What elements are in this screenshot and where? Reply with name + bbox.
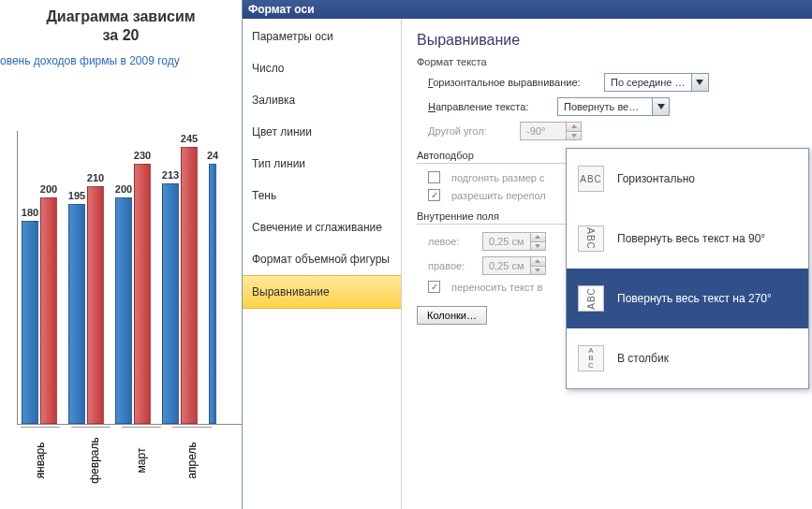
spinner-down-icon <box>531 241 545 251</box>
x-axis-label: февраль <box>71 427 111 448</box>
direction-dropdown: ABCГоризонтальноABCПовернуть весь текст … <box>566 148 809 389</box>
autofit-label: Автоподбор <box>417 150 474 161</box>
bar-label: 245 <box>181 133 198 144</box>
chevron-down-icon[interactable] <box>691 74 708 91</box>
direction-label: Направление текста: <box>428 101 550 112</box>
other-angle-label: Другой угол: <box>428 125 512 137</box>
x-axis-label: январь <box>21 427 60 448</box>
x-axis-label: апрель <box>172 427 212 448</box>
direction-option[interactable]: ABCПовернуть весь текст на 90° <box>567 209 808 269</box>
chart-area: Диаграмма зависим за 20 овень доходов фи… <box>0 0 242 509</box>
direction-option-icon: ABC <box>578 285 604 312</box>
spinner-up-icon <box>531 233 545 241</box>
spinner-down-icon <box>531 266 545 275</box>
panel-heading: Выравнивание <box>417 32 797 49</box>
bar-group: 24 <box>209 164 216 424</box>
direction-option-icon: ABC <box>578 225 604 252</box>
other-angle-spinner: -90° <box>520 122 582 140</box>
margin-right-spinner: 0,25 см <box>482 256 546 275</box>
direction-option-label: В столбик <box>617 352 669 365</box>
bar-group: 195210 <box>68 186 104 424</box>
direction-option-icon: ABC <box>578 345 604 371</box>
chevron-down-icon[interactable] <box>652 98 669 115</box>
bar-label: 200 <box>115 183 132 195</box>
text-format-label: Формат текста <box>417 56 797 67</box>
spinner-up-icon <box>531 257 545 266</box>
dialog-titlebar[interactable]: Формат оси <box>243 0 812 19</box>
direction-option[interactable]: ABCВ столбик <box>567 328 808 388</box>
chart-subtitle: овень доходов фирмы в 2009 году <box>0 45 242 67</box>
bar: 230 <box>134 164 151 424</box>
chart-title-line2: за 20 <box>103 27 140 43</box>
columns-button[interactable]: Колонки… <box>417 306 487 325</box>
nav-item[interactable]: Формат объемной фигуры <box>243 243 401 275</box>
nav-item[interactable]: Выравнивание <box>243 275 401 309</box>
bar-group: 200230 <box>115 164 151 424</box>
chart-bars: 18020019521020023021324524 <box>18 131 226 424</box>
bar-label: 195 <box>68 190 85 201</box>
direction-option-label: Горизонтально <box>617 172 695 185</box>
chart-title: Диаграмма зависим за 20 <box>0 7 242 45</box>
bar: 200 <box>115 197 132 424</box>
chart-plot: 18020019521020023021324524 <box>17 131 242 425</box>
h-align-combo[interactable]: По середине … <box>604 73 709 92</box>
chart-title-line1: Диаграмма зависим <box>46 8 195 24</box>
margin-right-value: 0,25 см <box>483 260 530 271</box>
nav-item[interactable]: Тип линии <box>243 148 401 180</box>
nav-item[interactable]: Цвет линии <box>243 116 401 148</box>
bar-group: 213245 <box>162 147 198 424</box>
nav-item[interactable]: Параметры оси <box>243 21 401 52</box>
bar: 24 <box>209 164 216 424</box>
bar: 210 <box>87 186 104 424</box>
nav-item[interactable]: Свечение и сглаживание <box>243 211 401 243</box>
bar: 200 <box>40 197 57 424</box>
bar-label: 24 <box>207 150 218 161</box>
direction-option-label: Повернуть весь текст на 90° <box>617 232 765 245</box>
bar: 213 <box>162 183 179 424</box>
margin-left-spinner: 0,25 см <box>482 232 546 251</box>
bar-label: 213 <box>162 169 179 181</box>
dialog-nav: Параметры осиЧислоЗаливкаЦвет линииТип л… <box>243 19 402 509</box>
nav-item[interactable]: Тень <box>243 180 401 211</box>
bar-group: 180200 <box>22 197 57 424</box>
bar-label: 210 <box>87 172 104 183</box>
margins-label: Внутренние поля <box>417 211 499 222</box>
direction-value: Повернуть ве… <box>558 101 652 112</box>
bar-label: 230 <box>134 150 151 161</box>
wrap-text-checkbox <box>428 281 440 293</box>
bar: 180 <box>22 221 38 424</box>
margin-right-label: правое: <box>428 260 475 271</box>
wrap-text-label: переносить текст в <box>451 282 542 293</box>
margin-left-label: левое: <box>428 236 475 247</box>
bar: 195 <box>68 204 85 425</box>
spinner-up-icon <box>567 123 581 131</box>
autofit-shrink-checkbox <box>428 171 440 183</box>
autofit-overflow-label: разрешить перепол <box>451 190 546 201</box>
other-angle-value: -90° <box>521 125 566 137</box>
chart-x-labels: январьфевральмартапрель <box>17 427 212 448</box>
x-axis-label: март <box>122 427 161 448</box>
margin-left-value: 0,25 см <box>483 236 530 247</box>
autofit-overflow-checkbox <box>428 189 440 201</box>
nav-item[interactable]: Число <box>243 52 401 84</box>
bar-label: 200 <box>40 183 57 195</box>
nav-item[interactable]: Заливка <box>243 84 401 116</box>
h-align-value: По середине … <box>605 77 691 88</box>
h-align-label: Горизонтальное выравнивание: <box>428 77 597 88</box>
autofit-shrink-label: подгонять размер с <box>451 172 545 183</box>
bar-label: 180 <box>22 207 38 218</box>
spinner-down-icon <box>567 131 581 140</box>
direction-option-icon: ABC <box>578 166 604 192</box>
bar: 245 <box>181 147 198 424</box>
direction-combo[interactable]: Повернуть ве… <box>557 97 670 116</box>
direction-option-label: Повернуть весь текст на 270° <box>617 292 772 305</box>
direction-option[interactable]: ABCПовернуть весь текст на 270° <box>567 269 808 328</box>
direction-option[interactable]: ABCГоризонтально <box>567 149 808 209</box>
